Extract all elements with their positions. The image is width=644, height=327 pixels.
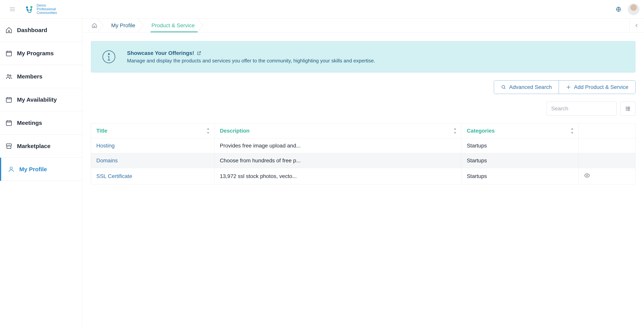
sidebar-item-members[interactable]: Members — [0, 65, 82, 88]
svg-point-1 — [30, 6, 32, 8]
topbar: Demo Professional Communities — [0, 0, 644, 19]
info-banner: Showcase Your Offerings! Manage and disp… — [91, 41, 636, 73]
user-icon — [8, 166, 15, 173]
row-categories: Startups — [461, 153, 578, 168]
row-title-link[interactable]: Domains — [91, 153, 214, 168]
sidebar: Dashboard My Programs Members My Availab… — [0, 19, 82, 327]
list-icon — [625, 106, 631, 112]
sidebar-item-label: Marketplace — [17, 143, 50, 149]
svg-point-11 — [502, 85, 505, 88]
row-title-link[interactable]: SSL Certificate — [91, 168, 214, 184]
external-link-icon[interactable] — [197, 51, 201, 56]
row-description: 13,972 ssl stock photos, vecto... — [214, 168, 461, 184]
view-button[interactable] — [584, 172, 590, 179]
sort-icon — [206, 128, 210, 134]
main-content: My Profile Product & Service — [82, 19, 644, 327]
store-icon — [6, 143, 12, 150]
sidebar-item-my-profile[interactable]: My Profile — [0, 158, 82, 181]
svg-point-8 — [10, 167, 12, 169]
sort-icon — [453, 128, 457, 134]
column-header-label: Title — [96, 128, 107, 134]
svg-point-5 — [10, 75, 11, 76]
sidebar-item-availability[interactable]: My Availability — [0, 88, 82, 111]
breadcrumb-product-service[interactable]: Product & Service — [144, 19, 204, 32]
globe-icon — [616, 6, 622, 12]
brand-line-1: Demo — [37, 4, 57, 7]
svg-point-16 — [626, 110, 627, 111]
svg-rect-17 — [627, 110, 630, 110]
eye-icon — [584, 172, 590, 179]
row-categories: Startups — [461, 168, 578, 184]
sidebar-item-meetings[interactable]: Meetings — [0, 111, 82, 135]
sidebar-item-label: My Availability — [17, 96, 57, 103]
row-description: Provides free image upload and... — [214, 138, 461, 153]
user-avatar[interactable] — [628, 4, 639, 15]
brand-line-2: Professional — [37, 7, 57, 11]
row-actions — [578, 153, 635, 168]
search-input[interactable] — [546, 102, 616, 116]
action-button-group: Advanced Search Add Product & Service — [494, 80, 636, 94]
row-actions — [578, 138, 635, 153]
breadcrumb-label: Product & Service — [151, 23, 194, 29]
brand-name: Demo Professional Communities — [37, 4, 57, 15]
sort-icon — [570, 128, 574, 134]
svg-rect-6 — [6, 98, 12, 102]
menu-toggle[interactable] — [7, 4, 18, 15]
breadcrumb-label: My Profile — [111, 23, 135, 29]
svg-point-18 — [586, 175, 588, 176]
column-header-label: Categories — [467, 128, 495, 134]
sort-handle[interactable] — [206, 128, 210, 134]
table-row: Domains Choose from hundreds of free p..… — [91, 153, 636, 168]
list-toggle-button[interactable] — [620, 102, 636, 116]
button-label: Add Product & Service — [574, 84, 628, 90]
svg-point-0 — [26, 6, 28, 9]
breadcrumb-my-profile[interactable]: My Profile — [104, 19, 144, 32]
chevron-left-icon — [634, 23, 639, 28]
info-icon — [102, 50, 116, 64]
banner-title: Showcase Your Offerings! — [127, 50, 194, 56]
sidebar-item-marketplace[interactable]: Marketplace — [0, 135, 82, 158]
sidebar-item-programs[interactable]: My Programs — [0, 42, 82, 65]
sidebar-item-label: My Programs — [17, 50, 54, 57]
chevron-separator-icon — [138, 19, 144, 32]
advanced-search-button[interactable]: Advanced Search — [494, 81, 559, 94]
column-header-categories[interactable]: Categories — [461, 124, 578, 138]
language-button[interactable] — [614, 5, 623, 14]
svg-rect-15 — [627, 108, 630, 109]
brand-line-3: Communities — [37, 11, 57, 15]
column-header-title[interactable]: Title — [91, 124, 214, 138]
table-row: SSL Certificate 13,972 ssl stock photos,… — [91, 168, 636, 184]
chevron-separator-icon — [197, 19, 204, 32]
svg-rect-3 — [6, 51, 12, 56]
home-icon — [6, 27, 12, 34]
sidebar-item-label: My Profile — [19, 166, 47, 173]
svg-point-4 — [7, 74, 9, 76]
banner-description: Manage and display the products and serv… — [127, 58, 375, 64]
logo-mark-icon — [24, 4, 35, 15]
breadcrumb-collapse-button[interactable] — [629, 19, 644, 32]
plus-icon — [566, 85, 571, 90]
table-row: Hosting Provides free image upload and..… — [91, 138, 636, 153]
products-table: Title Description — [91, 123, 636, 184]
button-label: Advanced Search — [509, 84, 552, 90]
svg-rect-13 — [627, 107, 630, 107]
column-header-description[interactable]: Description — [214, 124, 461, 138]
brand-logo[interactable]: Demo Professional Communities — [24, 4, 57, 15]
breadcrumb-home[interactable] — [87, 19, 104, 32]
chevron-separator-icon — [98, 19, 104, 32]
users-icon — [6, 73, 12, 80]
row-title-link[interactable]: Hosting — [91, 138, 214, 153]
row-description: Choose from hundreds of free p... — [214, 153, 461, 168]
add-product-button[interactable]: Add Product & Service — [559, 81, 635, 94]
svg-point-14 — [626, 108, 627, 109]
column-header-actions — [578, 124, 635, 138]
breadcrumb: My Profile Product & Service — [82, 19, 644, 33]
svg-point-12 — [626, 107, 627, 108]
calendar-icon — [6, 50, 12, 57]
calendar-icon — [6, 119, 12, 126]
sort-handle[interactable] — [570, 128, 574, 134]
hamburger-icon — [9, 6, 16, 12]
sidebar-item-dashboard[interactable]: Dashboard — [0, 19, 82, 42]
column-header-label: Description — [220, 128, 250, 134]
sort-handle[interactable] — [453, 128, 457, 134]
